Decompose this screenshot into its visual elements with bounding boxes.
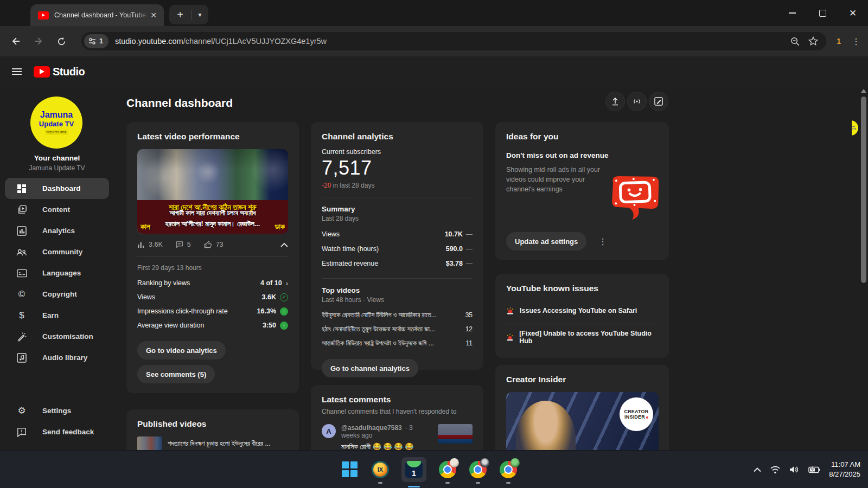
settings-gear-icon: ⚙ xyxy=(16,406,27,416)
chevron-right-icon: › xyxy=(286,279,288,287)
sidebar-item-customisation[interactable]: Customisation xyxy=(0,326,114,347)
channel-name: Jamuna Update TV xyxy=(0,164,114,172)
wifi-icon[interactable] xyxy=(770,466,781,474)
site-info-chip[interactable]: 1 xyxy=(84,34,108,48)
published-video-row[interactable]: পদত্যাগের দিনক্ষণ চূড়ান্ত হলো ইউনুসের ব… xyxy=(137,436,288,450)
update-ad-settings-button[interactable]: Update ad settings xyxy=(506,232,586,251)
siren-icon xyxy=(506,333,514,342)
taskbar-clock[interactable]: 11:07 AM 8/27/2025 xyxy=(829,460,860,479)
windows-logo-icon xyxy=(342,461,358,478)
content-icon xyxy=(16,204,27,215)
see-comments-button[interactable]: See comments (5) xyxy=(137,365,215,383)
taskbar-app-active[interactable]: 1 xyxy=(401,457,426,482)
zoom-icon[interactable] xyxy=(790,36,800,47)
start-button[interactable] xyxy=(341,461,359,478)
site-chip-count: 1 xyxy=(99,37,103,45)
sidebar-item-settings[interactable]: ⚙ Settings xyxy=(0,400,114,421)
page-scrollbar[interactable] xyxy=(860,87,867,450)
taskbar-chrome-1[interactable] xyxy=(438,461,457,478)
browser-toolbar: 1 studio.youtube.com/channel/UCj1LAcV5UJ… xyxy=(0,26,868,56)
volume-icon[interactable] xyxy=(789,465,800,474)
tab-search-chevron-icon[interactable]: ▼ xyxy=(192,12,208,18)
clock-time: 11:07 AM xyxy=(829,460,860,470)
ix-app-icon: IX xyxy=(372,461,389,478)
top-video-row[interactable]: হঠাৎ সেনাবাহিনীতে তুমুল উত্তেজনা সর্বোচ্… xyxy=(322,322,473,336)
known-issue-item[interactable]: [Fixed] Unable to access YouTube Studio … xyxy=(506,331,658,344)
ideas-for-you-card: Ideas for you Don't miss out on ad reven… xyxy=(495,122,669,260)
collapse-chevron-icon[interactable] xyxy=(280,242,288,247)
studio-header: Studio ? Create Jamuna Update TV xyxy=(0,56,868,87)
creator-insider-thumbnail[interactable]: CREATOR INSIDER THIS WEEK AT xyxy=(506,392,659,450)
comment-text: মানসিক রোগী 😂 😂 😂 😂 xyxy=(341,442,432,450)
youtube-studio-logo[interactable]: Studio xyxy=(34,66,85,78)
edit-button[interactable] xyxy=(649,92,668,111)
published-videos-card: Published videos পদত্যাগের দিনক্ষণ চূড়া… xyxy=(126,409,299,450)
reload-button[interactable] xyxy=(52,32,71,50)
sidebar-item-languages[interactable]: Languages xyxy=(0,262,114,284)
analytics-icon xyxy=(16,226,27,236)
upload-video-button[interactable] xyxy=(605,92,625,111)
sidebar-item-copyright[interactable]: © Copyright xyxy=(0,284,114,305)
summary-row: Watch time (hours) 590.0— xyxy=(322,241,473,256)
channel-avatar[interactable]: Jamuna Update TV সত্যের পথে আমরা xyxy=(30,97,82,149)
sidebar-item-community[interactable]: Community xyxy=(0,241,114,262)
comments-stat: 5 xyxy=(176,241,191,248)
summary-row: Views 10.7K— xyxy=(322,227,473,241)
summary-row: Estimated revenue $3.78— xyxy=(322,256,473,271)
chrome-profile-badge xyxy=(510,458,520,467)
go-to-video-analytics-button[interactable]: Go to video analytics xyxy=(137,341,226,359)
comment-icon xyxy=(176,241,183,248)
avd-row: Average view duration 3:50↑ xyxy=(137,318,288,332)
forward-button[interactable] xyxy=(29,32,48,50)
browser-tab[interactable]: Channel dashboard - YouTube S ✕ xyxy=(30,4,164,26)
sidebar: Jamuna Update TV সত্যের পথে আমরা Your ch… xyxy=(0,87,114,450)
tab-close-icon[interactable]: ✕ xyxy=(149,10,158,20)
go-live-button[interactable] xyxy=(627,92,647,111)
url-bar[interactable]: 1 studio.youtube.com/channel/UCj1LAcV5UJ… xyxy=(81,32,826,50)
ideas-menu-icon[interactable]: ⋮ xyxy=(598,236,607,247)
sidebar-item-dashboard[interactable]: Dashboard xyxy=(5,178,109,199)
sidebar-item-audio-library[interactable]: Audio library xyxy=(0,347,114,368)
taskbar-chrome-2[interactable] xyxy=(469,461,487,478)
presenter-image xyxy=(516,401,576,450)
sidebar-item-content[interactable]: Content xyxy=(0,199,114,220)
earn-icon: $ xyxy=(16,310,27,321)
latest-video-thumbnail[interactable]: সারা দেশে আ.লীগের কঠিন তান্ডব শুরু কাল ড… xyxy=(137,149,288,234)
go-to-channel-analytics-button[interactable]: Go to channel analytics xyxy=(322,359,418,377)
hamburger-menu-icon[interactable] xyxy=(12,68,22,75)
tray-chevron-icon[interactable] xyxy=(754,467,761,472)
sidebar-item-send-feedback[interactable]: Send feedback xyxy=(0,421,114,442)
browser-tab-strip: Channel dashboard - YouTube S ✕ + ▼ ✕ xyxy=(0,0,868,26)
taskbar-app-ix[interactable]: IX xyxy=(371,461,390,478)
customisation-icon xyxy=(16,331,27,342)
profile-badge[interactable]: 1 xyxy=(837,37,841,46)
sidebar-item-earn[interactable]: $ Earn xyxy=(0,305,114,326)
ranking-row[interactable]: Ranking by views 4 of 10› xyxy=(137,276,288,290)
subscriber-delta: -20 in last 28 days xyxy=(322,182,473,189)
taskbar-chrome-3[interactable] xyxy=(499,461,518,478)
dashboard-icon xyxy=(16,183,27,194)
new-tab-button[interactable]: + xyxy=(169,9,191,21)
window-minimize-button[interactable] xyxy=(777,0,807,26)
active-app-icon: 1 xyxy=(405,461,423,478)
comment-item[interactable]: A @asadulhaque7583· 3 weeks ago মানসিক র… xyxy=(322,424,473,450)
comment-video-thumbnail xyxy=(438,424,473,444)
scrollbar-thumb[interactable] xyxy=(861,97,866,283)
clock-date: 8/27/2025 xyxy=(829,470,860,479)
sidebar-item-analytics[interactable]: Analytics xyxy=(0,220,114,241)
window-close-button[interactable]: ✕ xyxy=(838,0,868,26)
battery-icon[interactable] xyxy=(808,466,820,473)
top-video-row[interactable]: আন্তর্জাতিক মিডিয়ায় স্বরাষ্ট্র উপদেষ্ট… xyxy=(322,336,473,350)
youtube-favicon-icon xyxy=(38,11,49,20)
scrollbar-up-arrow[interactable] xyxy=(861,89,866,93)
known-issue-item[interactable]: Issues Accessing YouTube on Safari xyxy=(506,304,658,317)
top-video-row[interactable]: ইউনুসকে গ্রেফতারি নোটিস টিউলিপ ও আমেরিকা… xyxy=(322,308,473,322)
browser-menu-icon[interactable]: ⋮ xyxy=(852,36,860,47)
bookmark-star-icon[interactable] xyxy=(808,36,819,47)
period-label: First 29 days 13 hours xyxy=(137,264,288,272)
thumbs-up-icon xyxy=(204,241,212,248)
likes-stat: 73 xyxy=(204,241,224,248)
window-maximize-button[interactable] xyxy=(807,0,838,26)
video-title: আগামী কাল সারা দেশব্যাপী চলবে অবরোধ হরতা… xyxy=(138,208,287,229)
back-button[interactable] xyxy=(7,32,25,50)
